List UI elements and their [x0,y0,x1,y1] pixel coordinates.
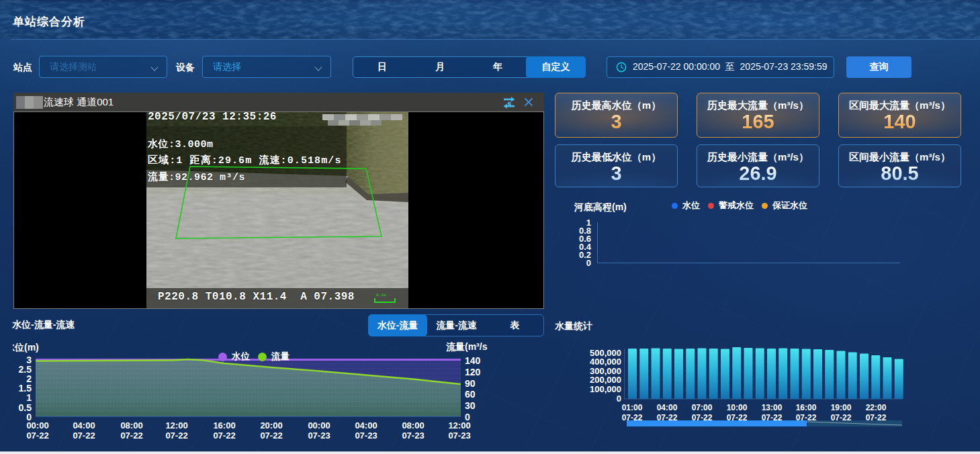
svg-text:0.1m: 0.1m [376,293,386,298]
svg-text:s: s [508,98,511,108]
